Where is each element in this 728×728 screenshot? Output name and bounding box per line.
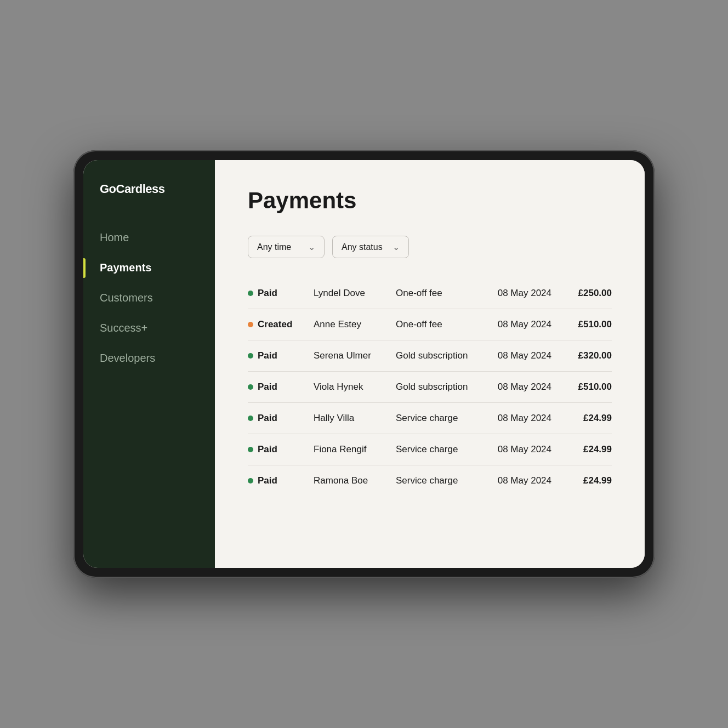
device-screen: GoCardless Home Payments Customers Succe… [83,160,645,568]
description-cell: One-off fee [396,288,469,299]
customer-cell: Serena Ulmer [314,350,396,361]
status-label: Paid [258,444,277,455]
date-cell: 08 May 2024 [469,382,551,393]
table-row[interactable]: Paid Serena Ulmer Gold subscription 08 M… [248,340,612,372]
sidebar-item-label-home: Home [100,231,129,244]
payments-table: Paid Lyndel Dove One-off fee 08 May 2024… [248,278,612,496]
amount-cell: £24.99 [551,413,612,424]
status-dot [248,291,253,296]
status-cell: Paid [248,350,314,361]
logo-text: GoCardless [100,182,165,196]
date-cell: 08 May 2024 [469,475,551,486]
status-dot [248,478,253,484]
status-label: Paid [258,288,277,299]
customer-cell: Fiona Rengif [314,444,396,455]
device-frame: GoCardless Home Payments Customers Succe… [73,150,655,578]
status-cell: Paid [248,444,314,455]
amount-cell: £250.00 [551,288,612,299]
description-cell: Service charge [396,444,469,455]
amount-cell: £24.99 [551,444,612,455]
description-cell: Gold subscription [396,382,469,393]
table-row[interactable]: Paid Lyndel Dove One-off fee 08 May 2024… [248,278,612,309]
sidebar-item-label-payments: Payments [100,261,152,274]
customer-cell: Anne Estey [314,319,396,330]
status-dot [248,447,253,452]
sidebar-item-label-customers: Customers [100,292,153,304]
status-filter-label: Any status [342,242,383,252]
status-label: Paid [258,350,277,361]
status-dot [248,322,253,327]
sidebar-item-home[interactable]: Home [83,224,215,252]
status-label: Paid [258,475,277,486]
customer-cell: Ramona Boe [314,475,396,486]
amount-cell: £320.00 [551,350,612,361]
time-filter-label: Any time [257,242,291,252]
date-cell: 08 May 2024 [469,413,551,424]
amount-cell: £510.00 [551,319,612,330]
table-row[interactable]: Created Anne Estey One-off fee 08 May 20… [248,309,612,340]
sidebar-item-developers[interactable]: Developers [83,344,215,372]
status-label: Created [258,319,292,330]
description-cell: Service charge [396,475,469,486]
table-row[interactable]: Paid Ramona Boe Service charge 08 May 20… [248,465,612,496]
customer-cell: Hally Villa [314,413,396,424]
chevron-down-icon-2: ⌄ [393,242,400,252]
date-cell: 08 May 2024 [469,319,551,330]
status-label: Paid [258,413,277,424]
status-cell: Paid [248,382,314,393]
sidebar-item-payments[interactable]: Payments [83,254,215,282]
sidebar-item-customers[interactable]: Customers [83,284,215,312]
sidebar-item-label-developers: Developers [100,352,155,365]
date-cell: 08 May 2024 [469,288,551,299]
chevron-down-icon: ⌄ [308,242,315,252]
date-cell: 08 May 2024 [469,350,551,361]
status-dot [248,384,253,390]
status-cell: Paid [248,288,314,299]
customer-cell: Viola Hynek [314,382,396,393]
date-cell: 08 May 2024 [469,444,551,455]
filters-bar: Any time ⌄ Any status ⌄ [248,236,612,258]
sidebar-item-success-plus[interactable]: Success+ [83,314,215,342]
sidebar: GoCardless Home Payments Customers Succe… [83,160,215,568]
status-cell: Paid [248,475,314,486]
status-cell: Created [248,319,314,330]
logo: GoCardless [83,182,215,224]
description-cell: One-off fee [396,319,469,330]
description-cell: Service charge [396,413,469,424]
time-filter-dropdown[interactable]: Any time ⌄ [248,236,325,258]
sidebar-item-label-success-plus: Success+ [100,322,147,334]
amount-cell: £510.00 [551,382,612,393]
nav-items: Home Payments Customers Success+ Develop… [83,224,215,551]
status-filter-dropdown[interactable]: Any status ⌄ [332,236,409,258]
table-row[interactable]: Paid Viola Hynek Gold subscription 08 Ma… [248,372,612,403]
status-label: Paid [258,382,277,393]
customer-cell: Lyndel Dove [314,288,396,299]
table-row[interactable]: Paid Hally Villa Service charge 08 May 2… [248,403,612,434]
status-dot [248,416,253,421]
table-row[interactable]: Paid Fiona Rengif Service charge 08 May … [248,434,612,465]
main-content: Payments Any time ⌄ Any status ⌄ Paid Ly… [215,160,645,568]
description-cell: Gold subscription [396,350,469,361]
status-dot [248,353,253,359]
page-title: Payments [248,187,612,214]
amount-cell: £24.99 [551,475,612,486]
status-cell: Paid [248,413,314,424]
